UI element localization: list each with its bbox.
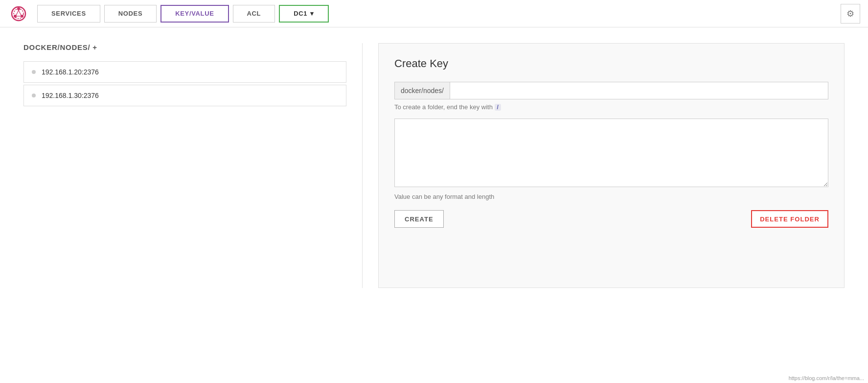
node-ip-label: 192.168.1.20:2376	[42, 68, 99, 76]
node-status-indicator	[32, 70, 36, 74]
nav-acl-button[interactable]: ACL	[233, 5, 275, 23]
logo	[8, 3, 29, 24]
chevron-down-icon: ▾	[310, 10, 314, 17]
key-prefix-label: docker/nodes/	[394, 82, 450, 99]
panel-divider	[362, 43, 363, 288]
node-status-indicator	[32, 94, 36, 97]
button-row: CREATE DELETE FOLDER	[394, 210, 828, 228]
nav-nodes-button[interactable]: NODES	[104, 5, 157, 23]
main-content: DOCKER/NODES/ + 192.168.1.20:2376192.168…	[0, 27, 868, 304]
value-textarea[interactable]	[394, 119, 828, 187]
breadcrumb: DOCKER/NODES/ +	[23, 43, 346, 51]
node-item[interactable]: 192.168.1.30:2376	[23, 85, 346, 106]
value-hint: Value can be any format and length	[394, 193, 828, 200]
nav-dc-button[interactable]: DC1 ▾	[279, 5, 329, 23]
gear-icon: ⚙	[846, 8, 854, 19]
nav-services-button[interactable]: SERVICES	[37, 5, 100, 23]
consul-logo-icon	[10, 5, 27, 23]
settings-gear-button[interactable]: ⚙	[841, 4, 860, 24]
key-input-row: docker/nodes/	[394, 82, 828, 99]
svg-line-6	[16, 10, 19, 15]
nav-keyvalue-button[interactable]: KEY/VALUE	[160, 5, 228, 23]
node-list: 192.168.1.20:2376192.168.1.30:2376	[23, 61, 346, 106]
folder-hint: To create a folder, end the key with /	[394, 103, 828, 111]
node-item[interactable]: 192.168.1.20:2376	[23, 61, 346, 83]
status-bar: https://blog.com/r/la/the=mma...	[785, 373, 868, 383]
create-key-title: Create Key	[394, 57, 828, 70]
node-ip-label: 192.168.1.30:2376	[42, 92, 99, 99]
slash-badge: /	[495, 104, 501, 111]
navbar: SERVICES NODES KEY/VALUE ACL DC1 ▾ ⚙	[0, 0, 868, 27]
delete-folder-button[interactable]: DELETE FOLDER	[751, 210, 828, 228]
create-button[interactable]: CREATE	[394, 210, 444, 228]
svg-point-2	[17, 7, 20, 10]
left-panel: DOCKER/NODES/ + 192.168.1.20:2376192.168…	[23, 43, 346, 288]
right-panel: Create Key docker/nodes/ To create a fol…	[378, 43, 845, 288]
key-name-input[interactable]	[450, 82, 828, 99]
svg-line-5	[19, 10, 21, 15]
